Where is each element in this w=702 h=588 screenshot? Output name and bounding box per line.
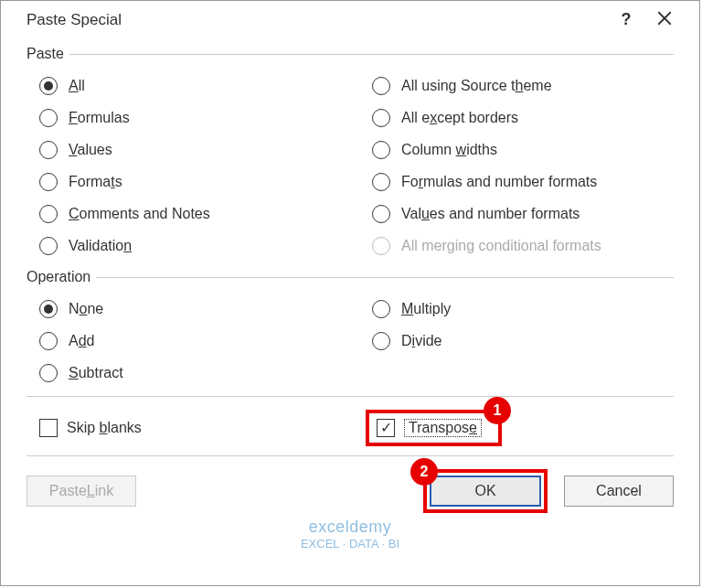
radio-icon bbox=[39, 77, 58, 95]
radio-values[interactable]: Values bbox=[27, 134, 341, 166]
radio-label: None bbox=[69, 301, 103, 317]
radio-label: Add bbox=[69, 333, 94, 349]
dialog-title: Paste Special bbox=[27, 11, 608, 29]
radio-all[interactable]: All bbox=[27, 69, 341, 102]
radio-except-borders[interactable]: All except borders bbox=[359, 102, 674, 134]
radio-icon bbox=[39, 173, 58, 191]
help-button[interactable]: ? bbox=[608, 10, 644, 29]
radio-add[interactable]: Add bbox=[27, 325, 341, 357]
radio-label: All except borders bbox=[401, 110, 518, 126]
radio-icon bbox=[39, 205, 58, 223]
radio-icon bbox=[372, 237, 390, 255]
radio-source-theme[interactable]: All using Source theme bbox=[359, 69, 674, 102]
checkbox-skip-blanks[interactable] bbox=[39, 419, 58, 437]
radio-formulas[interactable]: Formulas bbox=[27, 102, 341, 134]
radio-label: All bbox=[69, 78, 85, 94]
radio-label: Column widths bbox=[401, 142, 497, 158]
radio-label: Multiply bbox=[401, 301, 451, 317]
radio-formats[interactable]: Formats bbox=[27, 166, 341, 198]
radio-label: Comments and Notes bbox=[69, 206, 210, 222]
radio-icon bbox=[39, 332, 58, 350]
ok-highlight: 2 OK bbox=[423, 469, 548, 513]
radio-icon bbox=[372, 141, 390, 159]
ok-button[interactable]: OK bbox=[430, 476, 541, 507]
radio-label: All using Source theme bbox=[401, 78, 552, 94]
radio-divide[interactable]: Divide bbox=[359, 325, 674, 357]
cancel-button[interactable]: Cancel bbox=[564, 476, 674, 507]
radio-icon bbox=[372, 300, 390, 318]
radio-label: Values and number formats bbox=[401, 206, 580, 222]
callout-badge-2: 2 bbox=[410, 458, 438, 486]
close-icon bbox=[656, 10, 673, 27]
operation-group: Operation None Add Subtract bbox=[27, 269, 674, 390]
skip-blanks-label: Skip blanks bbox=[67, 420, 142, 436]
radio-values-numfmt[interactable]: Values and number formats bbox=[359, 198, 674, 230]
radio-comments[interactable]: Comments and Notes bbox=[27, 198, 341, 230]
paste-group: Paste All Formulas Values bbox=[27, 46, 674, 263]
radio-subtract[interactable]: Subtract bbox=[27, 357, 341, 389]
radio-label: Formulas and number formats bbox=[401, 174, 597, 190]
paste-special-dialog: Paste Special ? Paste All Formulas bbox=[0, 0, 700, 586]
paste-link-button: Paste Link bbox=[27, 476, 136, 507]
radio-merging-conditional: All merging conditional formats bbox=[359, 230, 674, 262]
watermark-tagline: EXCEL · DATA · BI bbox=[301, 537, 399, 551]
titlebar: Paste Special ? bbox=[1, 1, 699, 35]
radio-multiply[interactable]: Multiply bbox=[359, 293, 674, 325]
close-button[interactable] bbox=[644, 10, 685, 29]
radio-icon bbox=[372, 332, 390, 350]
transpose-label: Transpose bbox=[404, 419, 482, 437]
radio-icon bbox=[39, 364, 58, 382]
radio-label: Divide bbox=[401, 333, 441, 349]
radio-none[interactable]: None bbox=[27, 293, 341, 325]
radio-icon bbox=[372, 77, 390, 95]
radio-icon bbox=[39, 237, 58, 255]
radio-validation[interactable]: Validation bbox=[27, 230, 341, 262]
radio-icon bbox=[39, 109, 58, 127]
radio-formulas-numfmt[interactable]: Formulas and number formats bbox=[359, 166, 674, 198]
paste-legend: Paste bbox=[27, 46, 69, 62]
radio-label: Formats bbox=[69, 174, 122, 190]
radio-label: Values bbox=[69, 142, 112, 158]
radio-icon bbox=[372, 205, 390, 223]
radio-label: Subtract bbox=[69, 365, 123, 381]
operation-legend: Operation bbox=[27, 269, 96, 285]
radio-label: Validation bbox=[69, 238, 132, 254]
radio-column-widths[interactable]: Column widths bbox=[359, 134, 674, 166]
checkbox-transpose[interactable] bbox=[377, 419, 395, 437]
radio-label: All merging conditional formats bbox=[401, 238, 601, 254]
transpose-highlight: Transpose 1 bbox=[366, 410, 502, 446]
callout-badge-1: 1 bbox=[484, 397, 511, 424]
radio-icon bbox=[372, 173, 390, 191]
radio-label: Formulas bbox=[69, 110, 130, 126]
radio-icon bbox=[39, 300, 58, 318]
radio-icon bbox=[372, 109, 390, 127]
radio-icon bbox=[39, 141, 58, 159]
